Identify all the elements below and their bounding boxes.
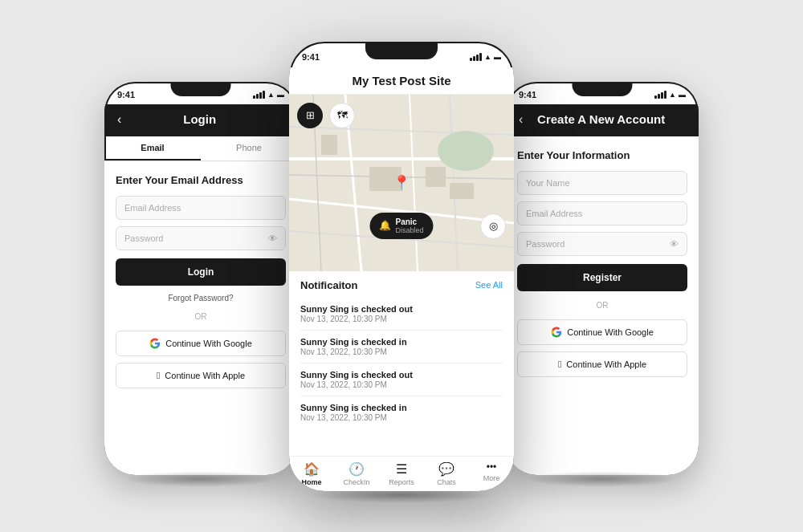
bottom-nav: 🏠 Home 🕐 CheckIn ☰ Reports 💬 Chats (289, 456, 514, 491)
apple-label-right: Continue With Apple (566, 359, 646, 369)
map-area: ⊞ 🗺 ◎ 📍 🔔 Panic Disa (289, 95, 514, 271)
email-field-right[interactable]: Email Address (517, 201, 687, 225)
password-field-right[interactable]: Password 👁 (517, 232, 687, 256)
eye-icon-left: 👁 (268, 234, 277, 243)
battery-icon-right: ▬ (679, 91, 686, 99)
notification-time-4: Nov 13, 2022, 10:30 PM (300, 413, 503, 422)
tab-phone[interactable]: Phone (201, 136, 297, 160)
signal-icon-center (470, 53, 482, 61)
notch-center (365, 42, 438, 59)
back-button-left[interactable]: ‹ (117, 112, 121, 127)
nav-checkin[interactable]: 🕐 CheckIn (334, 461, 379, 486)
login-header: ‹ Login (104, 104, 297, 136)
status-icons-right: ▲ ▬ (654, 91, 686, 99)
wifi-icon-center: ▲ (484, 53, 491, 61)
password-placeholder-left: Password (124, 234, 163, 243)
nav-more-label: More (483, 474, 500, 482)
forgot-password[interactable]: Forgot Password? (116, 294, 286, 303)
google-icon-left (149, 338, 161, 349)
email-field-left[interactable]: Email Address (116, 196, 286, 220)
or-divider-right: OR (517, 301, 687, 310)
password-placeholder-right: Password (526, 239, 565, 249)
chats-icon: 💬 (438, 461, 454, 477)
signal-icon-left (253, 91, 265, 99)
notch-right (573, 82, 633, 96)
email-placeholder-right: Email Address (526, 209, 582, 218)
notification-item-1: Sunny Sing is checked out Nov 13, 2022, … (300, 298, 503, 331)
wifi-icon-right: ▲ (669, 91, 676, 99)
notification-item-4: Sunny Sing is checked in Nov 13, 2022, 1… (300, 396, 503, 428)
notifications-header: Notificaiton See All (300, 279, 503, 291)
nav-home[interactable]: 🏠 Home (289, 461, 334, 486)
register-title: Create A New Account (529, 112, 673, 126)
login-prompt: Enter Your Email Address (116, 174, 286, 186)
scan-icon: ⊞ (306, 109, 315, 121)
home-icon: 🏠 (304, 461, 320, 477)
svg-rect-12 (321, 135, 337, 155)
shadow-left (124, 471, 278, 487)
phones-container: 9:41 ▲ ▬ ‹ Login (0, 0, 803, 532)
svg-point-14 (438, 131, 494, 171)
google-label-left: Continue With Google (165, 339, 252, 348)
locate-icon: ◎ (489, 220, 498, 232)
google-button-left[interactable]: Continue With Google (116, 331, 286, 356)
center-screen: My Test Post Site (289, 67, 514, 491)
time-left: 9:41 (117, 90, 135, 99)
back-button-right[interactable]: ‹ (519, 112, 523, 127)
panic-button[interactable]: 🔔 Panic Disabled (369, 213, 433, 239)
notification-text-2: Sunny Sing is checked in (300, 337, 503, 347)
apple-icon-right:  (558, 359, 561, 370)
checkin-icon: 🕐 (349, 461, 365, 477)
signal-icon-right (654, 91, 666, 99)
notification-item-2: Sunny Sing is checked in Nov 13, 2022, 1… (300, 331, 503, 363)
nav-chats-label: Chats (437, 478, 456, 486)
name-field-right[interactable]: Your Name (517, 171, 687, 195)
svg-rect-13 (450, 183, 474, 199)
nav-reports-label: Reports (389, 478, 414, 486)
notification-text-1: Sunny Sing is checked out (300, 304, 503, 314)
register-screen: ‹ Create A New Account Enter Your Inform… (506, 104, 699, 475)
google-label-right: Continue With Google (567, 327, 654, 337)
time-right: 9:41 (519, 90, 536, 99)
nav-chats[interactable]: 💬 Chats (424, 461, 469, 486)
status-icons-left: ▲ ▬ (253, 91, 284, 99)
panic-label: Panic (395, 217, 423, 226)
email-placeholder-left: Email Address (124, 203, 181, 213)
shadow-right (525, 471, 679, 487)
apple-icon-left:  (157, 370, 160, 381)
login-button[interactable]: Login (116, 258, 286, 286)
notification-time-1: Nov 13, 2022, 10:30 PM (300, 315, 503, 323)
login-tabs: Email Phone (104, 136, 297, 161)
scan-button[interactable]: ⊞ (297, 103, 323, 128)
password-field-left[interactable]: Password 👁 (116, 226, 286, 250)
register-prompt: Enter Your Information (517, 149, 687, 161)
center-phone: 9:41 ▲ ▬ My Test Post Site (289, 42, 514, 491)
login-body: Enter Your Email Address Email Address P… (104, 161, 297, 475)
notifications-section: Notificaiton See All Sunny Sing is check… (289, 271, 514, 456)
panic-icon: 🔔 (379, 220, 391, 231)
map-type-icon: 🗺 (337, 109, 348, 121)
register-body: Enter Your Information Your Name Email A… (506, 136, 699, 475)
google-button-right[interactable]: Continue With Google (517, 319, 687, 345)
login-screen: ‹ Login Email Phone Enter Your Email Add… (104, 104, 297, 475)
apple-button-right[interactable]:  Continue With Apple (517, 351, 687, 377)
apple-button-left[interactable]:  Continue With Apple (116, 363, 286, 388)
apple-label-left: Continue With Apple (165, 371, 245, 380)
left-phone-wrapper: 9:41 ▲ ▬ ‹ Login (104, 58, 297, 475)
nav-checkin-label: CheckIn (343, 478, 369, 486)
login-title: Login (128, 112, 271, 126)
map-type-button[interactable]: 🗺 (329, 103, 355, 128)
site-title: My Test Post Site (302, 74, 501, 87)
nav-more[interactable]: ••• More (469, 461, 514, 486)
locate-button[interactable]: ◎ (480, 213, 506, 239)
see-all-button[interactable]: See All (475, 280, 503, 290)
notification-time-2: Nov 13, 2022, 10:30 PM (300, 347, 503, 356)
nav-reports[interactable]: ☰ Reports (379, 461, 424, 486)
svg-rect-11 (426, 167, 446, 187)
panic-status: Disabled (395, 226, 423, 234)
register-button[interactable]: Register (517, 264, 687, 291)
google-icon-right (551, 327, 562, 338)
tab-email[interactable]: Email (104, 136, 201, 160)
notification-text-3: Sunny Sing is checked out (300, 370, 503, 380)
location-pin: 📍 (393, 174, 410, 192)
